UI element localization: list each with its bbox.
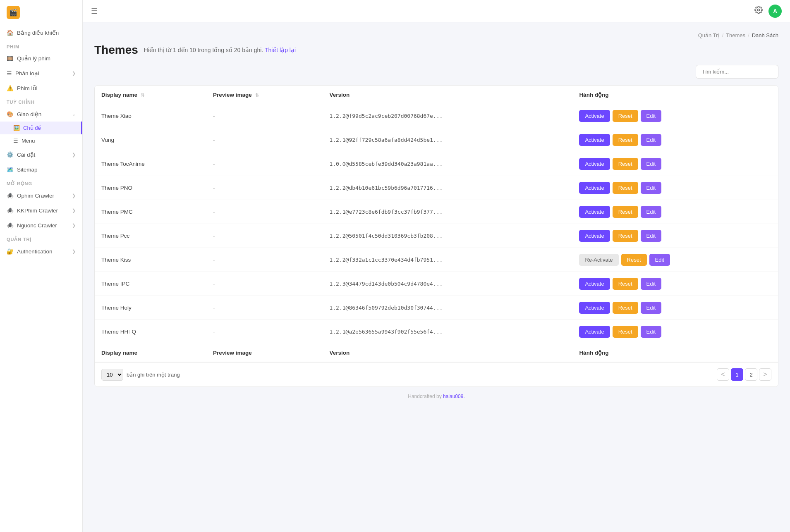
activate-button[interactable]: Activate: [579, 110, 610, 122]
edit-button[interactable]: Edit: [641, 302, 661, 314]
activate-button[interactable]: Activate: [579, 278, 610, 290]
cell-preview: -: [206, 248, 323, 272]
actions-group: ActivateResetEdit: [579, 302, 771, 314]
cell-preview: -: [206, 320, 323, 344]
prev-page-button[interactable]: <: [717, 368, 729, 381]
activate-button[interactable]: Activate: [579, 206, 610, 218]
col-display-name[interactable]: Display name ⇅: [95, 86, 206, 104]
col-preview-image[interactable]: Preview image ⇅: [206, 86, 323, 104]
per-page-selector: 10 25 50 bản ghi trên một trang: [101, 369, 180, 381]
cell-actions: ActivateResetEdit: [572, 320, 778, 344]
hamburger-icon[interactable]: ☰: [91, 7, 98, 16]
table-row: Vung-1.2.1@92ff729c58a6afa8dd424d5be1...…: [95, 128, 778, 152]
settings-icon[interactable]: [754, 6, 763, 16]
sidebar-item-nguonc[interactable]: 🕷️ Nguonc Crawler ❯: [0, 218, 82, 233]
col-action: Hành động: [572, 86, 778, 104]
table-row: Theme PMC-1.2.1@e7723c8e6fdb9f3cc37fb9f3…: [95, 200, 778, 224]
sidebar: 🎬 🏠 Bảng điều khiển PHIM 🎞️ Quản lý phim…: [0, 0, 83, 532]
edit-button[interactable]: Edit: [641, 230, 661, 242]
sidebar-item-label: Ophim Crawler: [17, 193, 54, 199]
reset-button[interactable]: Reset: [613, 134, 638, 146]
edit-button[interactable]: Edit: [641, 206, 661, 218]
sort-icon: ⇅: [141, 93, 144, 98]
section-mo-rong: MỞ RỘNG: [0, 177, 82, 188]
reset-button[interactable]: Reset: [613, 326, 638, 338]
cell-display-name: Theme PMC: [95, 200, 206, 224]
sidebar-item-phan-loai[interactable]: ☰ Phân loại ❯: [0, 66, 82, 81]
sidebar-item-authentication[interactable]: 🔐 Authentication ❯: [0, 244, 82, 259]
activate-button[interactable]: Activate: [579, 326, 610, 338]
cell-display-name: Theme Xiao: [95, 104, 206, 128]
chevron-icon: ❯: [72, 152, 76, 157]
chevron-icon: ❯: [72, 223, 76, 228]
table-head: Display name ⇅ Preview image ⇅ Version H…: [95, 86, 778, 104]
breadcrumb-themes[interactable]: Themes: [726, 32, 745, 38]
section-quan-tri: QUẢN TRỊ: [0, 233, 82, 244]
cell-preview: -: [206, 152, 323, 176]
edit-button[interactable]: Edit: [641, 158, 661, 170]
sidebar-item-cai-dat[interactable]: ⚙️ Cài đặt ❯: [0, 147, 82, 162]
sidebar-item-dashboard[interactable]: 🏠 Bảng điều khiển: [0, 25, 82, 40]
auth-icon: 🔐: [7, 248, 14, 255]
table-row: Theme HHTQ-1.2.1@a2e563655a9943f902f55e5…: [95, 320, 778, 344]
table-footer: 10 25 50 bản ghi trên một trang < 1 2 >: [95, 362, 778, 386]
reactivate-button[interactable]: Re-Activate: [579, 254, 618, 266]
page-title: Themes: [94, 43, 138, 57]
sidebar-item-kkphim[interactable]: 🕷️ KKPhim Crawler ❯: [0, 203, 82, 218]
sidebar-item-giao-dien[interactable]: 🎨 Giao diện ⌄: [0, 107, 82, 122]
sidebar-item-label: Nguonc Crawler: [17, 222, 57, 229]
edit-button[interactable]: Edit: [641, 110, 661, 122]
palette-icon: 🎨: [7, 111, 14, 117]
page-1-button[interactable]: 1: [731, 368, 743, 381]
reset-button[interactable]: Reset: [621, 254, 647, 266]
edit-button[interactable]: Edit: [641, 326, 661, 338]
edit-button[interactable]: Edit: [649, 254, 670, 266]
page-2-button[interactable]: 2: [745, 368, 757, 381]
sidebar-item-label: KKPhim Crawler: [17, 208, 58, 214]
themes-table: Display name ⇅ Preview image ⇅ Version H…: [94, 85, 778, 387]
table-row: Theme PNO-1.2.2@db4b10e61bc59b6d96a70177…: [95, 176, 778, 200]
search-input[interactable]: [696, 65, 778, 79]
reset-button[interactable]: Reset: [613, 302, 638, 314]
avatar[interactable]: A: [768, 5, 782, 18]
foot-col-version: Version: [323, 344, 572, 362]
sidebar-item-label: Sitemap: [17, 167, 38, 173]
sidebar-item-sitemap[interactable]: 🗺️ Sitemap: [0, 162, 82, 177]
reset-link[interactable]: Thiết lập lại: [265, 47, 296, 53]
sidebar-item-menu[interactable]: ☰ Menu: [0, 134, 82, 147]
cell-preview: -: [206, 296, 323, 320]
cell-version: 1.2.2@f332a1c1cc3370e434d4fb7951...: [323, 248, 572, 272]
activate-button[interactable]: Activate: [579, 230, 610, 242]
cell-version: 1.2.2@db4b10e61bc59b6d96a7017716...: [323, 176, 572, 200]
sidebar-item-chu-de[interactable]: 🖼️ Chủ đề: [0, 122, 82, 134]
per-page-select[interactable]: 10 25 50: [101, 369, 123, 381]
activate-button[interactable]: Activate: [579, 182, 610, 194]
reset-button[interactable]: Reset: [613, 182, 638, 194]
cell-version: 1.2.3@34479cd143de0b504c9d4780e4...: [323, 272, 572, 296]
reset-button[interactable]: Reset: [613, 206, 638, 218]
menu-icon: ☰: [13, 138, 18, 144]
reset-button[interactable]: Reset: [613, 230, 638, 242]
reset-button[interactable]: Reset: [613, 278, 638, 290]
edit-button[interactable]: Edit: [641, 182, 661, 194]
table-body: Theme Xiao-1.2.2@f99d5c2ac9ceb207d00768d…: [95, 104, 778, 344]
sidebar-item-quan-ly-phim[interactable]: 🎞️ Quản lý phim: [0, 51, 82, 66]
footer-author-link[interactable]: haiau009.: [443, 394, 465, 399]
chevron-icon: ❯: [72, 208, 76, 213]
sidebar-item-phim-loi[interactable]: ⚠️ Phim lỗi: [0, 81, 82, 95]
activate-button[interactable]: Activate: [579, 302, 610, 314]
cell-actions: ActivateResetEdit: [572, 128, 778, 152]
cell-version: 1.2.1@e7723c8e6fdb9f3cc37fb9f377...: [323, 200, 572, 224]
next-page-button[interactable]: >: [759, 368, 771, 381]
edit-button[interactable]: Edit: [641, 134, 661, 146]
activate-button[interactable]: Activate: [579, 158, 610, 170]
table-row: Theme Xiao-1.2.2@f99d5c2ac9ceb207d00768d…: [95, 104, 778, 128]
breadcrumb-admin[interactable]: Quản Trị: [698, 32, 720, 38]
activate-button[interactable]: Activate: [579, 134, 610, 146]
home-icon: 🏠: [7, 29, 14, 36]
sidebar-item-ophim[interactable]: 🕷️ Ophim Crawler ❯: [0, 188, 82, 203]
reset-button[interactable]: Reset: [613, 158, 638, 170]
reset-button[interactable]: Reset: [613, 110, 638, 122]
cell-version: 1.2.1@86346f509792deb10d30f30744...: [323, 296, 572, 320]
edit-button[interactable]: Edit: [641, 278, 661, 290]
